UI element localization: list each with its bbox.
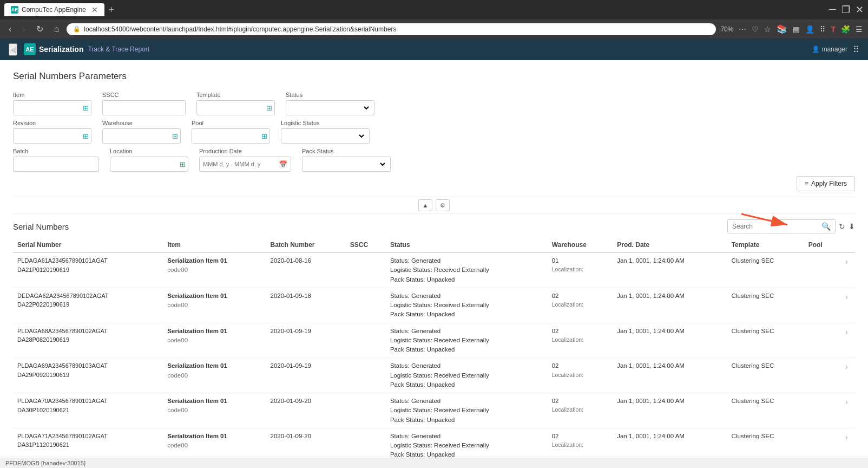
- status-bar: PFDEMOGB [hanadev:30015]: [0, 458, 868, 468]
- cell-row-arrow[interactable]: ›: [838, 393, 855, 428]
- filter-template-group: Template ⊞: [196, 92, 275, 115]
- app-favicon: AE: [24, 43, 36, 55]
- cell-item: Serialization Item 01 code00: [163, 393, 266, 428]
- revision-input[interactable]: [17, 132, 87, 140]
- warehouse-input[interactable]: [106, 132, 176, 140]
- tab-close-button[interactable]: ✕: [91, 5, 98, 14]
- search-input[interactable]: [732, 223, 819, 230]
- pool-input[interactable]: [195, 132, 266, 140]
- item-input[interactable]: [17, 104, 87, 112]
- cell-item: Serialization Item 01 code00: [163, 288, 266, 323]
- col-sscc: SSCC: [346, 238, 386, 252]
- cell-sscc: [346, 288, 386, 323]
- cell-row-arrow[interactable]: ›: [838, 252, 855, 288]
- warehouse-lookup-icon[interactable]: ⊞: [172, 132, 178, 140]
- template-input[interactable]: [200, 104, 271, 112]
- collapse-up-button[interactable]: ▲: [418, 199, 432, 211]
- cell-template: Clustering SEC: [727, 358, 804, 393]
- cell-item: Serialization Item 01 code00: [163, 323, 266, 358]
- home-button[interactable]: ⌂: [51, 23, 63, 35]
- page-title: Serial Numbers Parameters: [13, 71, 855, 82]
- cell-row-arrow[interactable]: ›: [838, 358, 855, 393]
- template-lookup-icon[interactable]: ⊞: [266, 104, 272, 112]
- cell-sscc: [346, 252, 386, 288]
- table-section: Serial Numbers 🔍 ↻ ⬇ Serial Number Item …: [13, 214, 855, 468]
- back-nav-button[interactable]: ‹: [5, 23, 15, 35]
- cell-batch-number: 2020-01-08-16: [266, 252, 346, 288]
- sscc-input[interactable]: [106, 104, 182, 112]
- batch-input[interactable]: [17, 160, 95, 168]
- filter-row-1: Item ⊞ SSCC Template ⊞ Stat: [13, 92, 855, 115]
- pocket-icon[interactable]: ♡: [752, 25, 759, 34]
- reader-icon[interactable]: ▤: [793, 25, 800, 34]
- forward-nav-button[interactable]: ›: [19, 23, 28, 35]
- apply-filters-button[interactable]: ≡ Apply Filters: [797, 176, 855, 191]
- menu-icon[interactable]: ☰: [856, 25, 863, 34]
- production-date-label: Production Date: [199, 148, 291, 154]
- col-item: Item: [163, 238, 266, 252]
- filter-sscc-group: SSCC: [102, 92, 186, 115]
- reload-button[interactable]: ↻: [33, 23, 47, 35]
- browser-tab[interactable]: AE CompuTec AppEngine ✕: [4, 3, 104, 16]
- status-select-wrapper: [286, 100, 374, 115]
- location-input[interactable]: [114, 160, 184, 168]
- collapse-config-button[interactable]: ⚙: [436, 199, 450, 211]
- extensions-grid-icon[interactable]: ⠿: [820, 25, 825, 34]
- restore-button[interactable]: ❐: [841, 4, 850, 16]
- pool-label: Pool: [192, 120, 270, 126]
- bookmarks-icon[interactable]: 📚: [777, 24, 787, 34]
- pool-lookup-icon[interactable]: ⊞: [261, 132, 267, 140]
- revision-lookup-icon[interactable]: ⊞: [83, 132, 89, 140]
- filter-production-date-group: Production Date 📅: [199, 148, 291, 172]
- refresh-button[interactable]: ↻: [839, 222, 845, 231]
- pack-status-select[interactable]: [306, 160, 387, 168]
- cell-warehouse: 02 Localization:: [548, 393, 613, 428]
- minimize-button[interactable]: ─: [829, 4, 836, 16]
- serial-numbers-table: Serial Number Item Batch Number SSCC Sta…: [13, 238, 855, 468]
- cell-row-arrow[interactable]: ›: [838, 288, 855, 323]
- download-button[interactable]: ⬇: [849, 222, 855, 231]
- font-icon[interactable]: T: [831, 25, 836, 34]
- status-select[interactable]: [290, 103, 371, 112]
- filter-item-group: Item ⊞: [13, 92, 91, 115]
- app-report-subtitle: Track & Trace Report: [88, 46, 149, 53]
- cell-serial-number: PLDAGA69A234567890103AGATDA29P0920190619: [13, 358, 163, 393]
- logistic-status-select[interactable]: [285, 132, 366, 140]
- puzzle-icon[interactable]: 🧩: [841, 25, 850, 34]
- sscc-label: SSCC: [102, 92, 186, 98]
- new-tab-button[interactable]: +: [109, 4, 115, 16]
- nav-bar: ‹ › ↻ ⌂ 🔒 localhost:54000/webcontent/lau…: [0, 20, 868, 38]
- search-button[interactable]: 🔍: [821, 222, 831, 231]
- app-header: ◀ AE Serialization Track & Trace Report …: [0, 38, 868, 60]
- location-lookup-icon[interactable]: ⊞: [180, 160, 186, 168]
- cell-batch-number: 2020-01-09-19: [266, 323, 346, 358]
- calendar-icon[interactable]: 📅: [279, 160, 287, 168]
- pool-input-wrapper: ⊞: [192, 128, 270, 144]
- batch-label: Batch: [13, 148, 99, 154]
- close-button[interactable]: ✕: [856, 4, 864, 16]
- production-date-input[interactable]: [203, 161, 279, 167]
- app-back-button[interactable]: ◀: [9, 43, 17, 56]
- filter-logistic-status-group: Logistic Status: [281, 120, 370, 144]
- cell-template: Clustering SEC: [727, 393, 804, 428]
- filter-pack-status-group: Pack Status: [302, 148, 391, 172]
- cell-sscc: [346, 393, 386, 428]
- nav-tools: 70% ⋯ ♡ ☆ 📚 ▤ 👤 ⠿ T 🧩 ☰: [720, 24, 863, 34]
- cell-status: Status: Generated Logistic Status: Recei…: [386, 358, 548, 393]
- manager-button[interactable]: 👤 manager: [812, 46, 847, 53]
- item-lookup-icon[interactable]: ⊞: [83, 104, 89, 112]
- sync-icon[interactable]: 👤: [805, 25, 814, 34]
- cell-row-arrow[interactable]: ›: [838, 323, 855, 358]
- filter-batch-group: Batch: [13, 148, 99, 172]
- more-tools-icon[interactable]: ⋯: [739, 25, 746, 34]
- logistic-status-label: Logistic Status: [281, 120, 370, 126]
- manager-label: manager: [822, 46, 847, 53]
- cell-serial-number: DEDAGA62A234567890102AGATDA22P0220190619: [13, 288, 163, 323]
- pack-status-label: Pack Status: [302, 148, 391, 154]
- filter-location-group: Location ⊞: [110, 148, 188, 172]
- apps-grid-icon[interactable]: ⠿: [853, 44, 859, 55]
- table-row: PLDAGA69A234567890103AGATDA29P0920190619…: [13, 358, 855, 393]
- template-label: Template: [196, 92, 275, 98]
- star-icon[interactable]: ☆: [764, 25, 771, 34]
- address-bar[interactable]: 🔒 localhost:54000/webcontent/launchpad/I…: [67, 23, 716, 35]
